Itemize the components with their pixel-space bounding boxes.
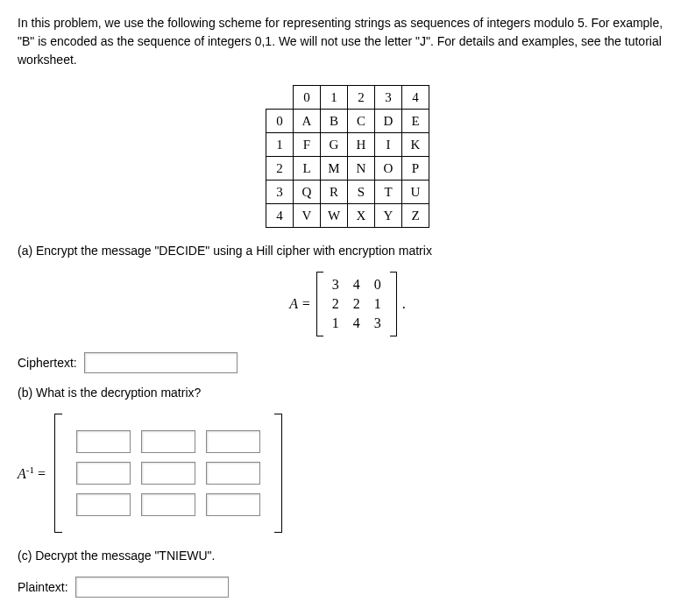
inverse-cell-input[interactable] (141, 462, 195, 485)
table-cell: W (321, 204, 348, 228)
matrix-lhs: A = (289, 296, 310, 312)
table-cell: S (348, 181, 375, 204)
col-header: 0 (294, 86, 321, 110)
table-cell: A (294, 110, 321, 133)
table-cell: C (348, 110, 375, 133)
inverse-matrix-lhs: A-1 = (18, 464, 46, 482)
table-cell: V (294, 204, 321, 228)
col-header: 2 (348, 86, 375, 110)
matrix-cell: 2 (346, 294, 367, 314)
table-cell: M (321, 157, 348, 181)
plaintext-input[interactable] (75, 577, 229, 598)
table-cell: R (321, 181, 348, 204)
inverse-cell-input[interactable] (76, 493, 131, 516)
problem-intro: In this problem, we use the following sc… (18, 14, 677, 69)
col-header: 3 (375, 86, 402, 110)
matrix-cell: 4 (346, 275, 367, 294)
part-a-prompt: (a) Encrypt the message "DECIDE" using a… (18, 244, 677, 258)
matrix-cell: 2 (325, 294, 346, 314)
inverse-cell-input[interactable] (206, 462, 260, 485)
table-cell: O (375, 157, 402, 181)
row-header: 1 (266, 133, 294, 157)
matrix-cell: 1 (325, 314, 346, 333)
table-cell: N (348, 157, 375, 181)
encoding-table: 0 1 2 3 4 0 A B C D E 1 F G H I K 2 L M … (266, 85, 429, 228)
matrix-cell: 3 (325, 275, 346, 294)
table-cell: U (402, 181, 429, 204)
inverse-cell-input[interactable] (76, 462, 131, 485)
col-header: 4 (402, 86, 429, 110)
matrix-cell: 0 (367, 275, 388, 294)
row-header: 0 (266, 110, 294, 133)
inverse-cell-input[interactable] (206, 430, 260, 453)
matrix-cell: 1 (367, 294, 388, 314)
row-header: 2 (266, 157, 294, 181)
table-cell: D (375, 110, 402, 133)
table-cell: G (321, 133, 348, 157)
inverse-matrix-inputs (54, 414, 282, 533)
table-cell: F (294, 133, 321, 157)
inverse-cell-input[interactable] (141, 493, 195, 516)
matrix-cell: 4 (346, 314, 367, 333)
table-cell: H (348, 133, 375, 157)
plaintext-label: Plaintext: (18, 580, 68, 594)
table-cell: B (321, 110, 348, 133)
part-b-prompt: (b) What is the decryption matrix? (18, 386, 677, 400)
matrix-trailing: . (402, 296, 406, 312)
table-cell: L (294, 157, 321, 181)
inverse-cell-input[interactable] (206, 493, 260, 516)
table-cell: P (402, 157, 429, 181)
inverse-cell-input[interactable] (141, 430, 195, 453)
table-corner (266, 86, 294, 110)
table-cell: E (402, 110, 429, 133)
encryption-matrix: A = 3 4 0 2 2 1 1 4 3 . (18, 272, 677, 336)
ciphertext-label: Ciphertext: (18, 356, 77, 370)
matrix-cell: 3 (367, 314, 388, 333)
table-cell: T (375, 181, 402, 204)
ciphertext-input[interactable] (84, 352, 238, 373)
table-cell: Y (375, 204, 402, 228)
table-cell: I (375, 133, 402, 157)
table-cell: Z (402, 204, 429, 228)
table-cell: X (348, 204, 375, 228)
table-cell: Q (294, 181, 321, 204)
row-header: 3 (266, 181, 294, 204)
table-cell: K (402, 133, 429, 157)
part-c-prompt: (c) Decrypt the message "TNIEWU". (18, 549, 677, 563)
col-header: 1 (321, 86, 348, 110)
row-header: 4 (266, 204, 294, 228)
inverse-cell-input[interactable] (76, 430, 131, 453)
